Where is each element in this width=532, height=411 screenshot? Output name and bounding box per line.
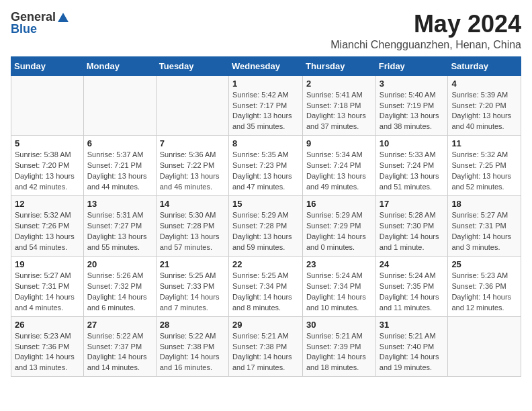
calendar-cell: 31Sunrise: 5:21 AM Sunset: 7:40 PM Dayli… — [375, 316, 448, 377]
calendar-cell: 17Sunrise: 5:28 AM Sunset: 7:30 PM Dayli… — [375, 196, 448, 257]
day-detail: Sunrise: 5:41 AM Sunset: 7:18 PM Dayligh… — [306, 90, 372, 133]
day-detail: Sunrise: 5:32 AM Sunset: 7:26 PM Dayligh… — [15, 210, 80, 253]
day-detail: Sunrise: 5:29 AM Sunset: 7:28 PM Dayligh… — [232, 210, 299, 253]
logo: General Blue — [11, 11, 69, 36]
calendar-table: SundayMondayTuesdayWednesdayThursdayFrid… — [11, 56, 521, 377]
day-detail: Sunrise: 5:33 AM Sunset: 7:24 PM Dayligh… — [380, 150, 445, 193]
day-number: 2 — [306, 79, 372, 89]
day-number: 31 — [380, 320, 445, 330]
calendar-cell: 19Sunrise: 5:27 AM Sunset: 7:31 PM Dayli… — [11, 256, 84, 316]
calendar-cell: 12Sunrise: 5:32 AM Sunset: 7:26 PM Dayli… — [11, 196, 84, 257]
calendar-cell: 1Sunrise: 5:42 AM Sunset: 7:17 PM Daylig… — [228, 75, 302, 136]
day-number: 27 — [87, 320, 152, 330]
calendar-week-row: 1Sunrise: 5:42 AM Sunset: 7:17 PM Daylig… — [11, 75, 521, 136]
calendar-cell: 5Sunrise: 5:38 AM Sunset: 7:20 PM Daylig… — [11, 136, 84, 196]
calendar-cell: 23Sunrise: 5:24 AM Sunset: 7:34 PM Dayli… — [303, 256, 376, 316]
day-detail: Sunrise: 5:26 AM Sunset: 7:32 PM Dayligh… — [87, 271, 152, 314]
day-detail: Sunrise: 5:27 AM Sunset: 7:31 PM Dayligh… — [451, 210, 517, 253]
day-detail: Sunrise: 5:21 AM Sunset: 7:40 PM Dayligh… — [380, 331, 445, 374]
day-detail: Sunrise: 5:25 AM Sunset: 7:34 PM Dayligh… — [232, 271, 299, 314]
day-number: 25 — [451, 259, 517, 269]
day-detail: Sunrise: 5:22 AM Sunset: 7:37 PM Dayligh… — [87, 331, 152, 374]
day-number: 17 — [380, 199, 445, 209]
location-title: Mianchi Chengguanzhen, Henan, China — [330, 39, 521, 51]
calendar-cell: 21Sunrise: 5:25 AM Sunset: 7:33 PM Dayli… — [156, 256, 228, 316]
day-detail: Sunrise: 5:28 AM Sunset: 7:30 PM Dayligh… — [380, 210, 445, 253]
calendar-cell: 11Sunrise: 5:32 AM Sunset: 7:25 PM Dayli… — [448, 136, 521, 196]
calendar-cell: 6Sunrise: 5:37 AM Sunset: 7:21 PM Daylig… — [83, 136, 156, 196]
day-detail: Sunrise: 5:42 AM Sunset: 7:17 PM Dayligh… — [232, 90, 299, 133]
logo-blue-text: Blue — [11, 23, 69, 36]
day-number: 26 — [15, 320, 80, 330]
day-number: 11 — [451, 138, 517, 148]
calendar-cell: 10Sunrise: 5:33 AM Sunset: 7:24 PM Dayli… — [375, 136, 448, 196]
day-number: 20 — [87, 259, 152, 269]
day-detail: Sunrise: 5:24 AM Sunset: 7:35 PM Dayligh… — [380, 271, 445, 314]
day-of-week-header: Wednesday — [228, 56, 302, 75]
calendar-cell: 25Sunrise: 5:23 AM Sunset: 7:36 PM Dayli… — [448, 256, 521, 316]
calendar-cell: 28Sunrise: 5:22 AM Sunset: 7:38 PM Dayli… — [156, 316, 228, 377]
day-detail: Sunrise: 5:31 AM Sunset: 7:27 PM Dayligh… — [87, 210, 152, 253]
day-detail: Sunrise: 5:29 AM Sunset: 7:29 PM Dayligh… — [306, 210, 372, 253]
day-number: 14 — [160, 199, 225, 209]
day-detail: Sunrise: 5:35 AM Sunset: 7:23 PM Dayligh… — [232, 150, 299, 193]
calendar-cell: 14Sunrise: 5:30 AM Sunset: 7:28 PM Dayli… — [156, 196, 228, 257]
day-number: 10 — [380, 138, 445, 148]
day-of-week-header: Sunday — [11, 56, 84, 75]
day-detail: Sunrise: 5:21 AM Sunset: 7:38 PM Dayligh… — [232, 331, 299, 374]
day-number: 3 — [380, 79, 445, 89]
calendar-cell: 8Sunrise: 5:35 AM Sunset: 7:23 PM Daylig… — [228, 136, 302, 196]
page-header: General Blue May 2024 Mianchi Chengguanz… — [11, 11, 521, 51]
calendar-cell: 30Sunrise: 5:21 AM Sunset: 7:39 PM Dayli… — [303, 316, 376, 377]
day-detail: Sunrise: 5:23 AM Sunset: 7:36 PM Dayligh… — [15, 331, 80, 374]
calendar-cell: 20Sunrise: 5:26 AM Sunset: 7:32 PM Dayli… — [83, 256, 156, 316]
calendar-week-row: 26Sunrise: 5:23 AM Sunset: 7:36 PM Dayli… — [11, 316, 521, 377]
day-number: 15 — [232, 199, 299, 209]
day-number: 29 — [232, 320, 299, 330]
calendar-cell: 22Sunrise: 5:25 AM Sunset: 7:34 PM Dayli… — [228, 256, 302, 316]
day-detail: Sunrise: 5:23 AM Sunset: 7:36 PM Dayligh… — [451, 271, 517, 314]
day-detail: Sunrise: 5:39 AM Sunset: 7:20 PM Dayligh… — [451, 90, 517, 133]
day-number: 28 — [160, 320, 225, 330]
day-of-week-header: Friday — [375, 56, 448, 75]
day-detail: Sunrise: 5:21 AM Sunset: 7:39 PM Dayligh… — [306, 331, 372, 374]
day-detail: Sunrise: 5:32 AM Sunset: 7:25 PM Dayligh… — [451, 150, 517, 193]
calendar-cell: 24Sunrise: 5:24 AM Sunset: 7:35 PM Dayli… — [375, 256, 448, 316]
calendar-header-row: SundayMondayTuesdayWednesdayThursdayFrid… — [11, 56, 521, 75]
day-of-week-header: Monday — [83, 56, 156, 75]
day-number: 8 — [232, 138, 299, 148]
title-block: May 2024 Mianchi Chengguanzhen, Henan, C… — [330, 11, 521, 51]
day-number: 19 — [15, 259, 80, 269]
day-number: 30 — [306, 320, 372, 330]
day-detail: Sunrise: 5:22 AM Sunset: 7:38 PM Dayligh… — [160, 331, 225, 374]
day-detail: Sunrise: 5:40 AM Sunset: 7:19 PM Dayligh… — [380, 90, 445, 133]
calendar-cell: 13Sunrise: 5:31 AM Sunset: 7:27 PM Dayli… — [83, 196, 156, 257]
calendar-cell: 3Sunrise: 5:40 AM Sunset: 7:19 PM Daylig… — [375, 75, 448, 136]
calendar-cell — [83, 75, 156, 136]
calendar-week-row: 19Sunrise: 5:27 AM Sunset: 7:31 PM Dayli… — [11, 256, 521, 316]
day-number: 24 — [380, 259, 445, 269]
day-of-week-header: Saturday — [448, 56, 521, 75]
day-detail: Sunrise: 5:36 AM Sunset: 7:22 PM Dayligh… — [160, 150, 225, 193]
day-of-week-header: Tuesday — [156, 56, 228, 75]
calendar-cell: 15Sunrise: 5:29 AM Sunset: 7:28 PM Dayli… — [228, 196, 302, 257]
calendar-week-row: 12Sunrise: 5:32 AM Sunset: 7:26 PM Dayli… — [11, 196, 521, 257]
month-title: May 2024 — [330, 11, 521, 38]
day-detail: Sunrise: 5:38 AM Sunset: 7:20 PM Dayligh… — [15, 150, 80, 193]
calendar-cell: 7Sunrise: 5:36 AM Sunset: 7:22 PM Daylig… — [156, 136, 228, 196]
day-number: 5 — [15, 138, 80, 148]
calendar-cell: 16Sunrise: 5:29 AM Sunset: 7:29 PM Dayli… — [303, 196, 376, 257]
day-number: 7 — [160, 138, 225, 148]
calendar-cell: 26Sunrise: 5:23 AM Sunset: 7:36 PM Dayli… — [11, 316, 84, 377]
day-detail: Sunrise: 5:27 AM Sunset: 7:31 PM Dayligh… — [15, 271, 80, 314]
day-number: 4 — [451, 79, 517, 89]
day-number: 6 — [87, 138, 152, 148]
day-of-week-header: Thursday — [303, 56, 376, 75]
calendar-cell: 4Sunrise: 5:39 AM Sunset: 7:20 PM Daylig… — [448, 75, 521, 136]
calendar-cell — [11, 75, 84, 136]
svg-marker-0 — [58, 13, 69, 22]
calendar-cell — [448, 316, 521, 377]
calendar-cell: 27Sunrise: 5:22 AM Sunset: 7:37 PM Dayli… — [83, 316, 156, 377]
logo-triangle-icon — [57, 11, 69, 24]
calendar-cell: 29Sunrise: 5:21 AM Sunset: 7:38 PM Dayli… — [228, 316, 302, 377]
